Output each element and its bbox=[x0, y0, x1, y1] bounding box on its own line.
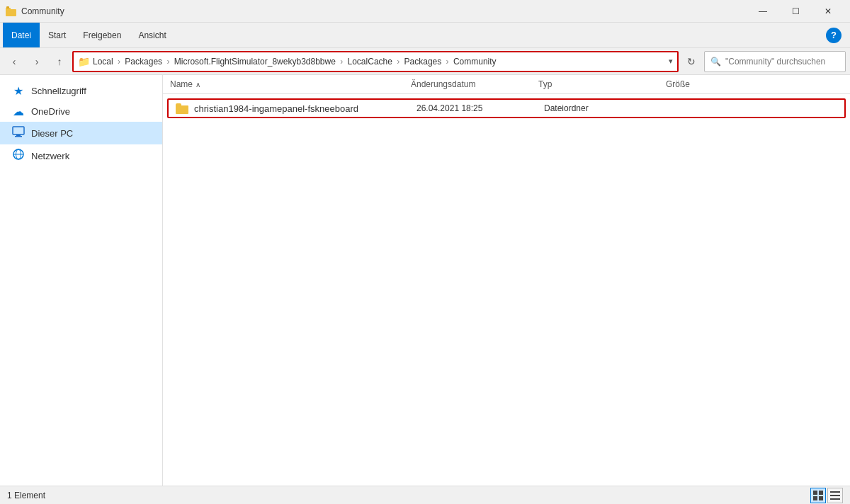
title-bar-left: Community bbox=[6, 6, 64, 17]
svg-rect-5 bbox=[15, 136, 22, 137]
menu-tab-datei[interactable]: Datei bbox=[3, 23, 40, 47]
sidebar-label-onedrive: OneDrive bbox=[31, 106, 70, 117]
table-row[interactable]: christian1984-ingamepanel-fskneeboard 26… bbox=[167, 98, 846, 118]
svg-rect-13 bbox=[830, 491, 840, 493]
close-button[interactable]: ✕ bbox=[812, 0, 844, 23]
file-date-cell: 26.04.2021 18:25 bbox=[416, 103, 544, 113]
column-header-size[interactable]: Größe bbox=[666, 79, 751, 89]
address-bar[interactable]: 📁 Local › Packages › Microsoft.FlightSim… bbox=[72, 51, 679, 72]
svg-rect-12 bbox=[819, 496, 823, 500]
title-bar-icon bbox=[6, 6, 17, 17]
view-buttons bbox=[810, 488, 843, 503]
minimize-button[interactable]: — bbox=[747, 0, 779, 23]
status-bar: 1 Element bbox=[0, 486, 850, 504]
svg-rect-11 bbox=[813, 496, 817, 500]
help-button[interactable]: ? bbox=[826, 28, 842, 43]
back-button[interactable]: ‹ bbox=[4, 52, 24, 71]
sidebar-label-schnellzugriff: Schnellzugriff bbox=[31, 86, 86, 96]
star-icon: ★ bbox=[11, 84, 26, 98]
sidebar-label-netzwerk: Netzwerk bbox=[31, 151, 69, 161]
search-bar[interactable]: 🔍 bbox=[704, 51, 846, 72]
svg-rect-14 bbox=[830, 495, 840, 496]
menu-bar-right: ? bbox=[826, 23, 847, 47]
menu-bar: Datei Start Freigeben Ansicht ? bbox=[0, 23, 850, 48]
svg-rect-2 bbox=[6, 6, 9, 8]
sidebar: ★ Schnellzugriff ☁ OneDrive Dieser PC bbox=[0, 75, 163, 486]
grid-view-icon bbox=[813, 491, 823, 500]
sidebar-item-schnellzugriff[interactable]: ★ Schnellzugriff bbox=[0, 81, 162, 101]
menu-tab-freigeben[interactable]: Freigeben bbox=[74, 23, 130, 47]
maximize-button[interactable]: ☐ bbox=[779, 0, 812, 23]
file-table-header: Name ∧ Änderungsdatum Typ Größe bbox=[163, 75, 850, 94]
file-list: christian1984-ingamepanel-fskneeboard 26… bbox=[163, 94, 850, 486]
sort-arrow-name: ∧ bbox=[196, 81, 200, 88]
address-breadcrumb: Local › Packages › Microsoft.FlightSimul… bbox=[93, 57, 666, 67]
view-grid-button[interactable] bbox=[810, 488, 826, 503]
search-input[interactable] bbox=[725, 57, 839, 67]
svg-rect-10 bbox=[819, 491, 823, 495]
title-bar-controls: — ☐ ✕ bbox=[747, 0, 844, 23]
menu-tab-start[interactable]: Start bbox=[40, 23, 74, 47]
file-name-text: christian1984-ingamepanel-fskneeboard bbox=[194, 103, 358, 114]
svg-rect-15 bbox=[830, 498, 840, 500]
title-bar: Community — ☐ ✕ bbox=[0, 0, 850, 23]
status-item-count: 1 Element bbox=[7, 491, 45, 500]
sidebar-item-dieser-pc[interactable]: Dieser PC bbox=[0, 122, 162, 144]
network-icon bbox=[11, 148, 26, 164]
svg-rect-9 bbox=[813, 491, 817, 495]
title-bar-title: Community bbox=[21, 6, 64, 16]
view-list-button[interactable] bbox=[827, 488, 843, 503]
main-content: ★ Schnellzugriff ☁ OneDrive Dieser PC bbox=[0, 75, 850, 486]
file-name-cell: christian1984-ingamepanel-fskneeboard bbox=[176, 103, 416, 114]
menu-tab-ansicht[interactable]: Ansicht bbox=[130, 23, 174, 47]
refresh-button[interactable]: ↻ bbox=[681, 52, 701, 71]
search-icon: 🔍 bbox=[710, 57, 721, 67]
folder-icon bbox=[176, 103, 188, 114]
file-area: Name ∧ Änderungsdatum Typ Größe christia… bbox=[163, 75, 850, 486]
svg-rect-4 bbox=[16, 134, 21, 136]
file-type-cell: Dateiordner bbox=[544, 103, 672, 113]
list-view-icon bbox=[830, 491, 840, 500]
computer-icon bbox=[11, 125, 26, 141]
cloud-icon: ☁ bbox=[11, 105, 26, 118]
column-header-type[interactable]: Typ bbox=[538, 79, 666, 89]
address-folder-icon: 📁 bbox=[78, 56, 90, 67]
address-dropdown-icon[interactable]: ▾ bbox=[669, 57, 673, 66]
up-button[interactable]: ↑ bbox=[50, 52, 69, 71]
sidebar-label-dieser-pc: Dieser PC bbox=[31, 128, 73, 139]
forward-button[interactable]: › bbox=[27, 52, 47, 71]
sidebar-item-onedrive[interactable]: ☁ OneDrive bbox=[0, 101, 162, 122]
svg-rect-3 bbox=[13, 127, 24, 134]
sidebar-item-netzwerk[interactable]: Netzwerk bbox=[0, 144, 162, 167]
column-header-name[interactable]: Name ∧ bbox=[170, 79, 411, 89]
column-header-date[interactable]: Änderungsdatum bbox=[411, 79, 538, 89]
nav-bar: ‹ › ↑ 📁 Local › Packages › Microsoft.Fli… bbox=[0, 48, 850, 75]
